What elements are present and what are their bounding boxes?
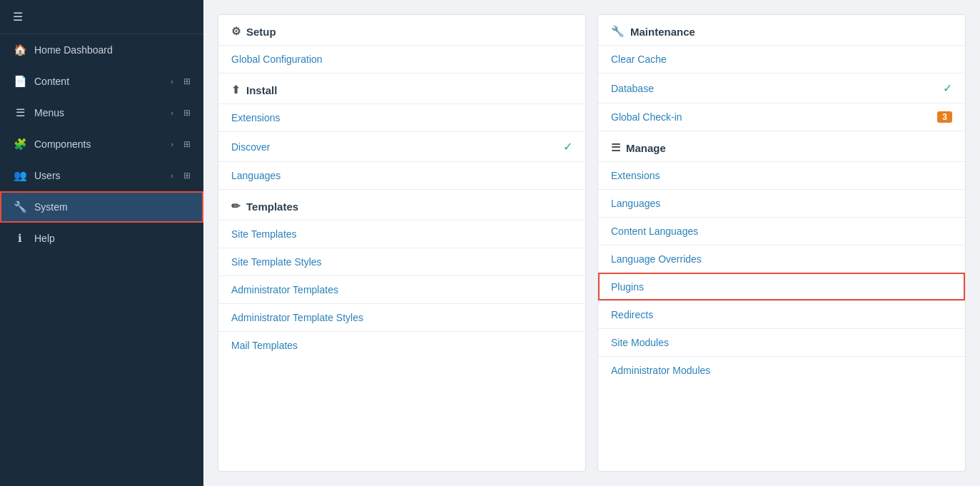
link-label-languages: Languages	[231, 170, 281, 181]
link-label-administrator-modules: Administrator Modules	[611, 365, 710, 376]
sidebar-item-home-dashboard[interactable]: 🏠Home Dashboard	[0, 34, 203, 66]
maintenance-header-icon: 🔧	[611, 25, 625, 38]
chevron-right-icon: ›	[171, 108, 173, 117]
sidebar-item-menus[interactable]: ☰Menus›⊞	[0, 97, 203, 128]
link-content-languages[interactable]: Content Languages	[598, 217, 965, 245]
sidebar-item-users[interactable]: 👥Users›⊞	[0, 160, 203, 191]
right-panel: 🔧MaintenanceClear CacheDatabase✓Global C…	[597, 14, 966, 472]
link-label-plugins: Plugins	[611, 281, 644, 293]
sidebar-item-system[interactable]: 🔧System	[0, 191, 203, 223]
link-label-clear-cache: Clear Cache	[611, 54, 667, 65]
section-maintenance: 🔧MaintenanceClear CacheDatabase✓Global C…	[598, 15, 965, 131]
users-icon: 👥	[13, 169, 27, 182]
link-languages-manage[interactable]: Languages	[598, 189, 965, 217]
sidebar-item-label-components: Components	[34, 138, 163, 150]
sidebar-nav: 🏠Home Dashboard📄Content›⊞☰Menus›⊞🧩Compon…	[0, 34, 203, 254]
link-administrator-templates[interactable]: Administrator Templates	[218, 275, 585, 303]
sidebar: ☰ 🏠Home Dashboard📄Content›⊞☰Menus›⊞🧩Comp…	[0, 0, 203, 486]
chevron-right-icon: ›	[171, 140, 173, 148]
toggle-menu-button[interactable]: ☰	[0, 0, 203, 34]
link-languages[interactable]: Languages	[218, 161, 585, 189]
link-label-global-check-in: Global Check-in	[611, 111, 682, 123]
section-title-manage: Manage	[626, 142, 666, 154]
help-icon: ℹ	[13, 232, 27, 245]
sidebar-item-label-help: Help	[34, 233, 191, 244]
setup-header-icon: ⚙	[231, 25, 241, 38]
sidebar-item-label-content: Content	[34, 76, 163, 87]
link-mail-templates[interactable]: Mail Templates	[218, 331, 585, 359]
components-icon: 🧩	[13, 138, 27, 151]
system-icon: 🔧	[13, 201, 27, 213]
link-administrator-modules[interactable]: Administrator Modules	[598, 356, 965, 384]
link-label-redirects: Redirects	[611, 309, 653, 320]
check-icon: ✓	[943, 81, 952, 95]
content-icon: 📄	[13, 75, 27, 88]
link-label-site-templates: Site Templates	[231, 228, 297, 240]
link-plugins[interactable]: Plugins	[598, 273, 965, 300]
link-label-site-template-styles: Site Template Styles	[231, 256, 322, 268]
section-title-setup: Setup	[246, 26, 276, 38]
grid-icon: ⊞	[183, 108, 191, 118]
section-title-templates: Templates	[246, 201, 298, 213]
link-extensions-install[interactable]: Extensions	[218, 103, 585, 131]
link-label-administrator-template-styles: Administrator Template Styles	[231, 312, 363, 323]
grid-icon: ⊞	[183, 76, 191, 86]
sidebar-item-components[interactable]: 🧩Components›⊞	[0, 128, 203, 160]
templates-header-icon: ✏	[231, 200, 241, 213]
link-site-template-styles[interactable]: Site Template Styles	[218, 248, 585, 275]
link-clear-cache[interactable]: Clear Cache	[598, 45, 965, 73]
sidebar-item-label-system: System	[34, 201, 191, 213]
link-label-languages-manage: Languages	[611, 198, 660, 209]
link-label-database: Database	[611, 83, 654, 94]
section-header-install: ⬆Install	[218, 74, 585, 103]
left-panel: ⚙SetupGlobal Configuration⬆InstallExtens…	[218, 14, 586, 472]
check-icon: ✓	[563, 140, 572, 153]
link-label-administrator-templates: Administrator Templates	[231, 284, 338, 295]
badge: 3	[937, 111, 952, 123]
home-dashboard-icon: 🏠	[13, 44, 27, 56]
grid-icon: ⊞	[183, 171, 191, 181]
section-install: ⬆InstallExtensionsDiscover✓Languages	[218, 74, 585, 190]
link-site-modules[interactable]: Site Modules	[598, 328, 965, 356]
link-label-mail-templates: Mail Templates	[231, 340, 298, 351]
grid-icon: ⊞	[183, 139, 191, 149]
link-extensions-manage[interactable]: Extensions	[598, 161, 965, 189]
link-global-configuration[interactable]: Global Configuration	[218, 45, 585, 73]
link-administrator-template-styles[interactable]: Administrator Template Styles	[218, 303, 585, 331]
main-content: ⚙SetupGlobal Configuration⬆InstallExtens…	[203, 0, 980, 486]
link-database[interactable]: Database✓	[598, 73, 965, 103]
menus-icon: ☰	[13, 106, 27, 119]
section-title-maintenance: Maintenance	[630, 26, 695, 38]
link-site-templates[interactable]: Site Templates	[218, 220, 585, 248]
link-redirects[interactable]: Redirects	[598, 300, 965, 328]
link-label-language-overrides: Language Overrides	[611, 253, 702, 265]
link-label-extensions-manage: Extensions	[611, 170, 660, 181]
sidebar-item-label-home-dashboard: Home Dashboard	[34, 44, 191, 56]
sidebar-item-label-menus: Menus	[34, 107, 163, 118]
link-label-site-modules: Site Modules	[611, 337, 669, 348]
toggle-icon: ☰	[13, 10, 23, 24]
link-label-extensions-install: Extensions	[231, 112, 280, 123]
link-label-discover: Discover	[231, 141, 270, 153]
link-label-global-configuration: Global Configuration	[231, 54, 323, 65]
chevron-right-icon: ›	[171, 77, 173, 86]
link-global-check-in[interactable]: Global Check-in3	[598, 103, 965, 131]
manage-header-icon: ☰	[611, 141, 620, 154]
sidebar-item-help[interactable]: ℹHelp	[0, 223, 203, 254]
install-header-icon: ⬆	[231, 83, 241, 96]
section-templates: ✏TemplatesSite TemplatesSite Template St…	[218, 190, 585, 359]
section-header-maintenance: 🔧Maintenance	[598, 15, 965, 45]
section-header-manage: ☰Manage	[598, 131, 965, 161]
section-setup: ⚙SetupGlobal Configuration	[218, 15, 585, 74]
link-label-content-languages: Content Languages	[611, 226, 698, 237]
section-header-templates: ✏Templates	[218, 190, 585, 220]
sidebar-item-content[interactable]: 📄Content›⊞	[0, 66, 203, 97]
sidebar-item-label-users: Users	[34, 170, 163, 181]
section-title-install: Install	[246, 84, 277, 96]
link-language-overrides[interactable]: Language Overrides	[598, 245, 965, 273]
section-header-setup: ⚙Setup	[218, 15, 585, 45]
link-discover[interactable]: Discover✓	[218, 131, 585, 161]
section-manage: ☰ManageExtensionsLanguagesContent Langua…	[598, 131, 965, 384]
chevron-right-icon: ›	[171, 171, 173, 180]
